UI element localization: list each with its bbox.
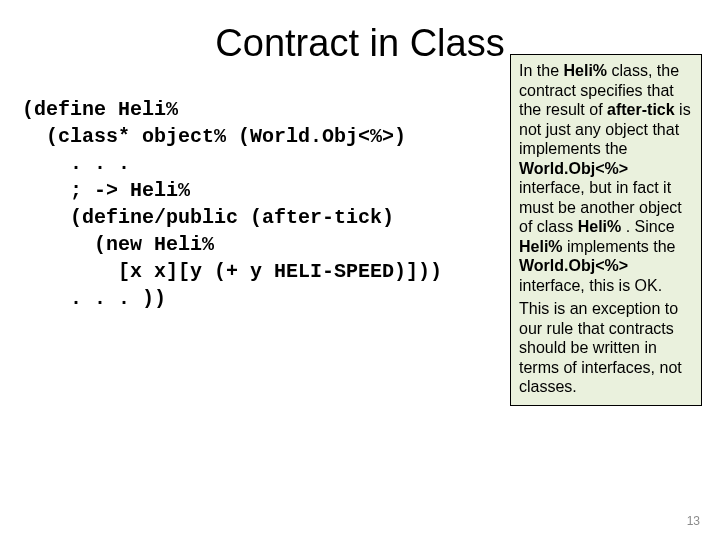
code-block: (define Heli% (class* object% (World.Obj… [22,96,442,312]
note-bold: World.Obj<%> [519,257,628,274]
note-bold: Heli% [578,218,622,235]
note-bold: Heli% [519,238,563,255]
page-number: 13 [687,514,700,528]
note-text: implements the [563,238,676,255]
note-text: This is an exception to our rule that co… [519,300,682,395]
note-bold: after-tick [607,101,675,118]
note-text: . Since [621,218,674,235]
note-bold: Heli% [563,62,607,79]
note-text: interface, this is OK. [519,277,662,294]
note-box: In the Heli% class, the contract specifi… [510,54,702,406]
note-bold: World.Obj<%> [519,160,628,177]
note-text: In the [519,62,563,79]
